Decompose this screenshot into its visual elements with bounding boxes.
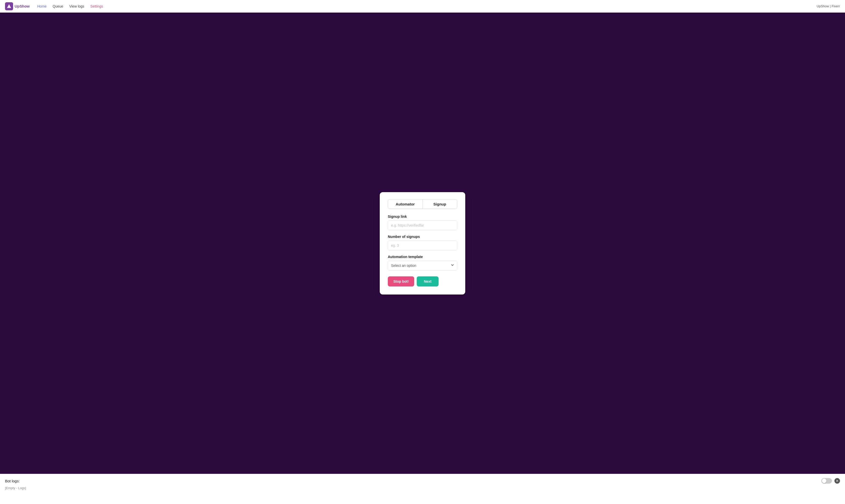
logo-icon: [5, 2, 13, 10]
button-row: Stop bot! Next: [388, 276, 457, 286]
num-signups-label: Number of signups: [388, 235, 457, 239]
tab-signup[interactable]: Signup: [423, 199, 457, 209]
card-tabs: Automator Signup: [388, 199, 457, 209]
svg-marker-0: [7, 4, 11, 8]
num-signups-input[interactable]: [388, 241, 457, 250]
automation-template-select[interactable]: Select an option Template 1 Template 2: [388, 261, 457, 270]
settings-card: Automator Signup Signup link Number of s…: [380, 192, 465, 294]
automation-template-label: Automation template: [388, 255, 457, 259]
stop-bot-button[interactable]: Stop bot!: [388, 276, 414, 286]
bot-logs-title: Bot logs:: [5, 479, 20, 483]
bot-logs-content: [Empty - Logs]: [5, 486, 840, 490]
bot-logs-close-button[interactable]: ✕: [834, 478, 840, 484]
logo-text: UpShow: [15, 4, 30, 8]
signup-link-label: Signup link: [388, 215, 457, 219]
nav-home[interactable]: Home: [37, 4, 47, 8]
logo-area[interactable]: UpShow: [5, 2, 30, 10]
nav-right-text: UpShow | Fiverr: [816, 4, 840, 8]
nav-queue[interactable]: Queue: [53, 4, 63, 8]
bot-logs-panel: Bot logs: ✕ [Empty - Logs]: [0, 474, 845, 504]
next-button[interactable]: Next: [417, 276, 438, 286]
bot-logs-controls: ✕: [821, 478, 840, 484]
bot-logs-toggle[interactable]: [821, 478, 832, 484]
main-area: Automator Signup Signup link Number of s…: [0, 13, 845, 474]
tab-automator[interactable]: Automator: [388, 199, 423, 209]
nav-settings[interactable]: Settings: [90, 4, 103, 8]
nav-links: Home Queue View logs Settings: [37, 4, 816, 8]
nav-view-logs[interactable]: View logs: [69, 4, 84, 8]
navbar: UpShow Home Queue View logs Settings UpS…: [0, 0, 845, 13]
bot-logs-header: Bot logs: ✕: [5, 478, 840, 484]
automation-template-wrapper: Select an option Template 1 Template 2: [388, 261, 457, 270]
signup-link-input[interactable]: [388, 220, 457, 230]
